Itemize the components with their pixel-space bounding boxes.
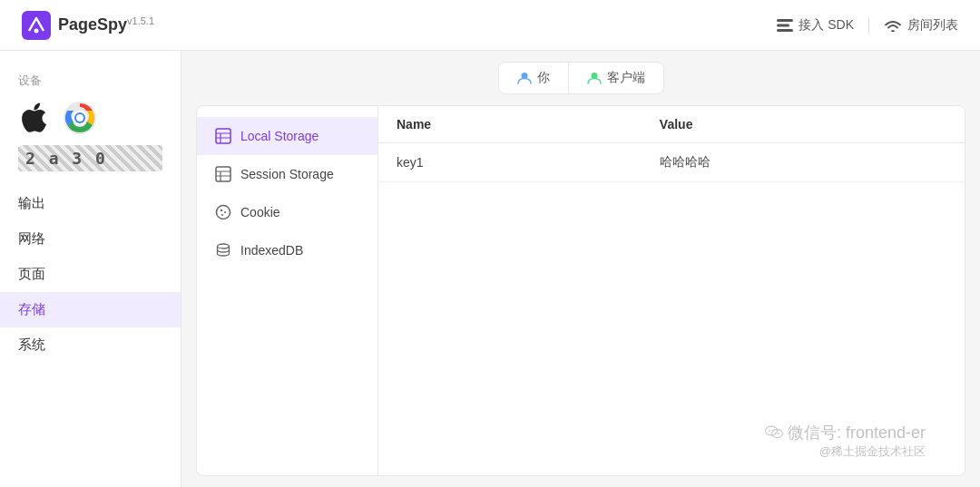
indexeddb-icon <box>215 242 231 258</box>
chrome-icon <box>62 100 98 136</box>
svg-point-29 <box>772 430 774 432</box>
logo-area: PageSpyv1.5.1 <box>22 11 154 40</box>
watermark-line2: @稀土掘金技术社区 <box>764 443 926 460</box>
logo-text: PageSpyv1.5.1 <box>58 15 154 34</box>
col-name: Name <box>378 106 642 143</box>
svg-point-30 <box>775 433 777 434</box>
svg-rect-3 <box>777 24 789 26</box>
svg-point-22 <box>220 209 222 211</box>
storage-table: Name Value key1 哈哈哈哈 <box>378 106 965 182</box>
watermark: 微信号: frontend-er @稀土掘金技术社区 <box>764 422 926 460</box>
svg-point-23 <box>224 211 226 213</box>
svg-rect-17 <box>216 167 230 181</box>
svg-point-1 <box>34 28 39 33</box>
user-tabs-bar: 你 客户端 <box>181 51 980 94</box>
user-client-icon <box>587 71 602 85</box>
session-storage-icon <box>215 166 231 182</box>
svg-point-24 <box>221 214 223 216</box>
watermark-line1: 微信号: frontend-er <box>764 422 926 443</box>
svg-rect-2 <box>777 19 793 22</box>
main-layout: 设备 <box>0 51 980 487</box>
svg-point-10 <box>76 114 83 122</box>
svg-rect-0 <box>22 11 51 40</box>
svg-rect-4 <box>777 29 793 32</box>
col-value: Value <box>642 106 965 143</box>
pagespy-logo-icon <box>22 11 51 40</box>
cookie-icon <box>215 204 231 220</box>
app-header: PageSpyv1.5.1 接入 SDK 房间列表 <box>0 0 980 51</box>
header-divider <box>868 17 869 34</box>
storage-panel: Local Storage Session Storage <box>196 105 965 476</box>
sidebar-item-page[interactable]: 页面 <box>0 257 181 292</box>
storage-item-indexeddb[interactable]: IndexedDB <box>197 231 377 269</box>
wifi-icon <box>884 19 902 32</box>
tab-you[interactable]: 你 <box>499 63 569 93</box>
device-id: 2 a 3 0 <box>18 145 162 171</box>
room-list-button[interactable]: 房间列表 <box>884 17 958 34</box>
svg-point-5 <box>891 30 895 32</box>
svg-point-25 <box>218 244 230 248</box>
storage-item-local[interactable]: Local Storage <box>197 117 377 155</box>
apple-icon <box>18 100 54 136</box>
device-icons <box>18 100 162 136</box>
wechat-icon <box>764 423 784 443</box>
user-you-icon <box>517 71 532 85</box>
storage-item-cookie[interactable]: Cookie <box>197 193 377 231</box>
svg-point-31 <box>778 433 779 434</box>
table-row: key1 哈哈哈哈 <box>378 143 965 182</box>
svg-rect-13 <box>216 129 230 143</box>
storage-table-area: Name Value key1 哈哈哈哈 <box>378 106 965 475</box>
cell-key: key1 <box>378 143 642 182</box>
sdk-icon <box>777 19 793 32</box>
svg-point-28 <box>769 430 770 432</box>
device-section-title: 设备 <box>0 65 181 93</box>
header-right: 接入 SDK 房间列表 <box>777 17 958 34</box>
storage-item-session[interactable]: Session Storage <box>197 155 377 193</box>
sdk-button[interactable]: 接入 SDK <box>777 17 854 34</box>
left-sidebar: 设备 <box>0 51 181 487</box>
content-area: 你 客户端 <box>181 51 980 487</box>
local-storage-icon <box>215 128 231 144</box>
sidebar-item-network[interactable]: 网络 <box>0 221 181 257</box>
svg-point-21 <box>217 206 230 219</box>
storage-sidebar: Local Storage Session Storage <box>197 106 378 475</box>
tab-client[interactable]: 客户端 <box>569 63 663 93</box>
sidebar-item-system[interactable]: 系统 <box>0 327 181 363</box>
user-tabs: 你 客户端 <box>498 62 664 94</box>
cell-value: 哈哈哈哈 <box>642 143 965 182</box>
sidebar-item-output[interactable]: 输出 <box>0 186 181 221</box>
device-area: 2 a 3 0 <box>0 93 181 186</box>
sidebar-item-storage[interactable]: 存储 <box>0 292 181 327</box>
